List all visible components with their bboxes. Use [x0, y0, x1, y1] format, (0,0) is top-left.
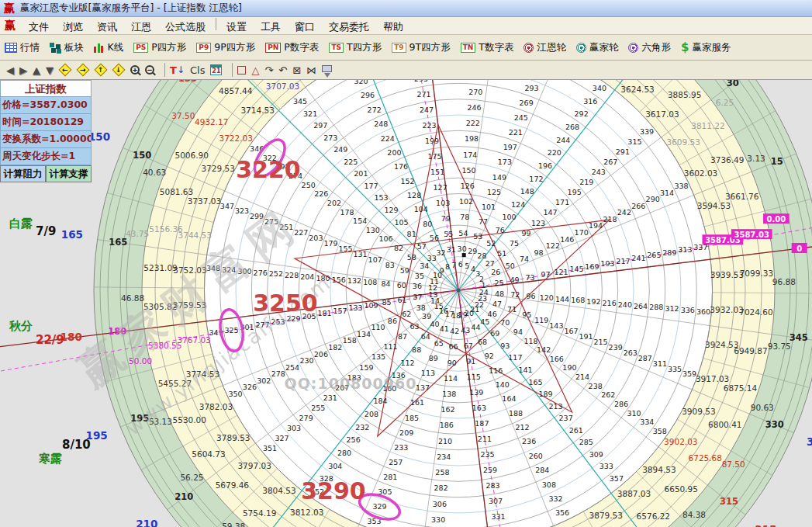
- price-ring-1-label: 3789.53: [216, 433, 250, 442]
- tool-rotate-ccw[interactable]: ↶: [278, 64, 287, 76]
- degree-ring-outer-label: 210: [174, 491, 193, 502]
- price-ring-2-label: 7099.33: [740, 269, 773, 278]
- tool-shift-up[interactable]: ↑: [95, 65, 107, 75]
- draw-rect-icon: [237, 66, 246, 75]
- price-ring-1-label: 3594.53: [697, 201, 731, 210]
- tool-calendar[interactable]: 21: [210, 64, 222, 75]
- menu-3[interactable]: 资讯: [90, 21, 124, 33]
- p-number-table-icon: PN: [265, 43, 281, 53]
- toolbar-9t-square[interactable]: T99T四方形: [392, 41, 451, 54]
- season-date-bailu: 7/9: [36, 224, 56, 238]
- tool-pan-down[interactable]: ▼: [46, 64, 54, 76]
- spiral-number: 60: [397, 281, 406, 290]
- spiral-number: 74: [520, 255, 529, 263]
- spiral-number: 113: [421, 369, 435, 377]
- tool-zoom-out[interactable]: −: [145, 65, 154, 75]
- spiral-number: 78: [460, 213, 469, 221]
- tool-pan-left[interactable]: ◀: [6, 64, 14, 76]
- main-toolbar: 行情板块K线PSP四方形P99P四方形PNP数字表TST四方形T99T四方形TN…: [0, 35, 812, 61]
- spiral-number: 331: [491, 512, 505, 521]
- season-date-hanlu: 8/10: [62, 438, 91, 452]
- tool-zoom-in[interactable]: +: [130, 65, 140, 75]
- calc-support-button[interactable]: 计算支撑: [46, 165, 92, 182]
- toolbar-quotes[interactable]: 行情: [5, 41, 40, 54]
- spiral-number: 182: [328, 343, 342, 352]
- toolbar-hexagon[interactable]: 六角形: [628, 41, 671, 54]
- menu-1[interactable]: 文件: [22, 21, 56, 33]
- degree-ring-outer-label: 315: [720, 496, 738, 507]
- spiral-number: 209: [399, 428, 413, 437]
- menu-10[interactable]: 帮助: [376, 21, 410, 33]
- spiral-number: 116: [489, 366, 503, 375]
- menu-7[interactable]: 工具: [254, 21, 288, 33]
- spiral-number: 214: [575, 373, 589, 381]
- spiral-number: 72: [510, 290, 520, 299]
- tool-rotate-cw[interactable]: ↷: [264, 64, 273, 76]
- tool-clear[interactable]: Cls: [190, 64, 205, 76]
- spiral-number: 26: [491, 268, 500, 276]
- toolbar-kline[interactable]: K线: [94, 41, 123, 54]
- tool-fit-center[interactable]: ⋈: [306, 64, 316, 76]
- spiral-number: 150: [461, 166, 475, 175]
- spiral-number: 345: [293, 97, 307, 106]
- toolbar-winner-service[interactable]: $赢家服务: [681, 40, 731, 54]
- calc-resistance-button[interactable]: 计算阻力: [0, 165, 46, 182]
- spiral-number: 111: [383, 342, 397, 351]
- spiral-number: 202: [327, 199, 341, 207]
- tool-board[interactable]: [322, 68, 332, 72]
- menu-4[interactable]: 江恩: [124, 21, 158, 33]
- spiral-number: 173: [498, 158, 512, 166]
- spiral-number: 75: [510, 239, 519, 248]
- tool-delete-box[interactable]: ⊠: [292, 64, 301, 76]
- spiral-number: 30: [458, 244, 467, 253]
- toolbar-sectors[interactable]: 板块: [50, 41, 84, 54]
- toolbar-t-number-table[interactable]: TNT数字表: [461, 41, 514, 54]
- spiral-number: 197: [503, 143, 517, 151]
- toolbar-gann-wheel[interactable]: 江恩轮: [523, 41, 566, 54]
- wheel-center-dot: [457, 289, 461, 293]
- menu-separator: [216, 18, 216, 30]
- spiral-number: 334: [640, 418, 654, 426]
- spiral-number: 248: [374, 120, 388, 128]
- spiral-number: 187: [475, 419, 489, 428]
- spiral-number: 297: [313, 121, 327, 130]
- menu-6[interactable]: 设置: [219, 21, 254, 33]
- spiral-number: 262: [601, 390, 615, 399]
- menu-5[interactable]: 公式选股: [158, 21, 213, 33]
- spiral-number: 86: [388, 317, 397, 325]
- tool-shift-left[interactable]: ←: [59, 65, 71, 75]
- price-ring-1-label: 3729.53: [201, 164, 234, 173]
- spiral-number: 217: [616, 257, 630, 265]
- spiral-number: 191: [579, 332, 593, 341]
- toolbar-p-number-table[interactable]: PNP数字表: [265, 41, 319, 54]
- toolbar-p-square[interactable]: PSP四方形: [133, 41, 186, 54]
- spiral-number: 200: [387, 148, 401, 157]
- menu-8[interactable]: 窗口: [288, 21, 322, 33]
- 9p-square-icon: P9: [196, 43, 211, 53]
- toolbar-winner-wheel[interactable]: 赢家轮: [576, 41, 619, 54]
- menu-9[interactable]: 交易委托: [322, 21, 376, 33]
- tool-pan-right[interactable]: ▶: [19, 64, 27, 76]
- spiral-number: 135: [371, 352, 385, 361]
- gann-wheel-canvas[interactable]: 1234567891011121314151617181920212223242…: [0, 80, 812, 527]
- spiral-number: 268: [565, 123, 579, 131]
- tool-time-price[interactable]: T↓: [170, 64, 185, 76]
- tool-draw-triangle[interactable]: △: [251, 64, 259, 76]
- p-number-table-label: P数字表: [284, 41, 319, 54]
- toolbar-9p-square[interactable]: P99P四方形: [196, 41, 255, 54]
- spiral-number: 215: [594, 338, 608, 346]
- spiral-number: 285: [579, 438, 593, 446]
- price-ring-1-label: 3624.53: [620, 85, 654, 94]
- spiral-number: 92: [485, 352, 494, 360]
- tool-shift-down[interactable]: ↓: [112, 65, 125, 75]
- spiral-number: 266: [631, 202, 645, 210]
- spiral-number: 170: [575, 228, 589, 237]
- tool-pan-up[interactable]: ▲: [33, 64, 40, 76]
- price-ring-1-label: 3722.03: [219, 133, 252, 143]
- spiral-number: 132: [347, 276, 361, 285]
- hexagon-icon: [628, 43, 638, 53]
- toolbar-t-square[interactable]: TST四方形: [329, 41, 382, 54]
- tool-shift-right[interactable]: →: [77, 65, 89, 75]
- menu-2[interactable]: 浏览: [56, 21, 90, 33]
- tool-draw-rect[interactable]: [237, 66, 246, 75]
